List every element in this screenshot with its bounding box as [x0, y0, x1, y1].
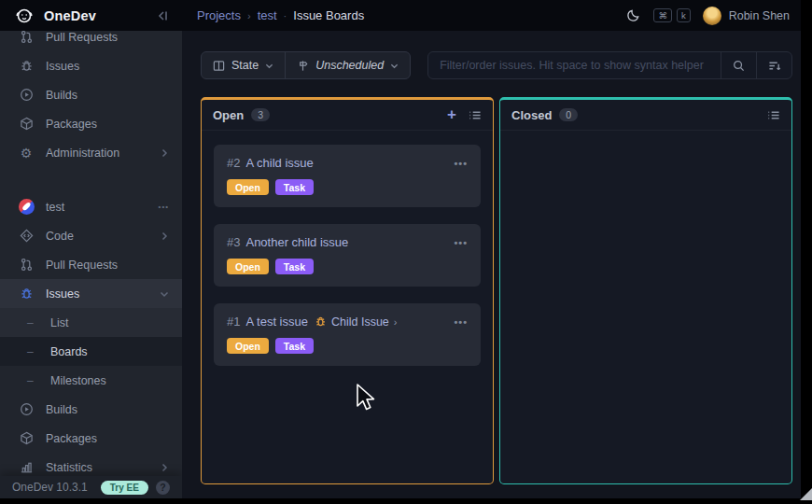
app-window: OneDev Projects › test · Issue Boards ⌘ …	[0, 0, 801, 498]
sidebar-item-builds[interactable]: Builds	[0, 80, 182, 109]
issue-title[interactable]: Another child issue	[245, 235, 348, 249]
sidebar-item-project-issues[interactable]: Issues	[0, 279, 182, 308]
board-filter-group: State Unscheduled	[201, 51, 411, 79]
sidebar-project-header[interactable]: test •••	[0, 192, 182, 221]
sidebar-item-label: Administration	[46, 147, 119, 160]
search-icon[interactable]	[721, 52, 756, 78]
sidebar-item-label: List	[50, 316, 68, 329]
brand-zone: OneDev	[0, 7, 182, 25]
sidebar-item-project-pull-requests[interactable]: Pull Requests	[0, 250, 182, 279]
column-menu-icon[interactable]	[469, 109, 482, 121]
user-name[interactable]: Robin Shen	[729, 9, 790, 22]
brand-name: OneDev	[44, 8, 96, 23]
type-badge: Task	[275, 179, 314, 195]
chevron-down-icon	[390, 62, 399, 70]
chevron-right-icon: ›	[394, 316, 398, 328]
sidebar-item-packages[interactable]: Packages	[0, 109, 182, 138]
bug-icon	[19, 287, 34, 301]
try-ee-badge[interactable]: Try EE	[101, 481, 148, 495]
help-icon[interactable]: ?	[156, 481, 170, 495]
project-menu-icon[interactable]: •••	[159, 203, 169, 211]
sidebar-item-label: Packages	[46, 118, 97, 131]
sidebar-item-issues-list[interactable]: – List	[0, 308, 182, 337]
state-dropdown-button[interactable]: State	[202, 52, 285, 78]
state-dropdown-label: State	[231, 59, 259, 72]
type-badge: Task	[275, 259, 314, 274]
sidebar-item-label: Statistics	[46, 461, 92, 474]
main-content: State Unscheduled	[182, 31, 801, 498]
board-column-open: Open 3 +	[201, 97, 494, 484]
gear-icon: ⚙	[19, 146, 34, 161]
state-badge: Open	[227, 259, 269, 274]
column-title: Closed	[511, 108, 552, 122]
sidebar-item-issues-milestones[interactable]: – Milestones	[0, 366, 182, 395]
chevron-down-icon	[265, 62, 273, 70]
sidebar-item-code[interactable]: Code	[0, 221, 182, 250]
issue-board: Open 3 +	[201, 97, 792, 484]
sidebar-item-administration[interactable]: ⚙ Administration	[0, 138, 182, 167]
sidebar-item-label: Packages	[46, 432, 97, 445]
column-body-open: #2 A child issue ••• Open Task #3 Anothe…	[202, 131, 493, 397]
pull-request-icon	[19, 31, 34, 45]
shortcut-k-key: k	[677, 8, 691, 22]
breadcrumb-separator-icon: ›	[247, 10, 251, 21]
sidebar-item-label: Builds	[46, 403, 77, 416]
issue-number: #2	[227, 156, 240, 170]
issue-number: #3	[227, 235, 240, 249]
column-header-closed: Closed 0	[500, 100, 791, 131]
card-menu-icon[interactable]: •••	[454, 316, 468, 328]
milestone-dropdown-button[interactable]: Unscheduled	[285, 52, 410, 78]
issue-card[interactable]: #2 A child issue ••• Open Task	[214, 145, 481, 207]
sidebar-item-label: Code	[46, 230, 74, 243]
sidebar: Pull Requests Issues Builds	[0, 31, 182, 498]
shortcut-meta-key: ⌘	[653, 8, 672, 22]
issue-title[interactable]: A child issue	[245, 156, 313, 170]
columns-icon	[213, 60, 225, 72]
onedev-logo-icon	[15, 7, 34, 25]
filter-input[interactable]	[428, 52, 721, 78]
column-header-open: Open 3 +	[202, 100, 493, 131]
issue-card[interactable]: #3 Another child issue ••• Open Task	[214, 224, 481, 287]
collapse-sidebar-icon[interactable]	[156, 9, 169, 22]
bar-chart-icon	[19, 460, 34, 475]
card-menu-icon[interactable]: •••	[454, 158, 468, 169]
topbar-right: ⌘ k Robin Shen	[626, 7, 790, 25]
sidebar-item-label: Boards	[50, 345, 88, 358]
milestone-dropdown-label: Unscheduled	[315, 59, 384, 72]
breadcrumb-project-link[interactable]: test	[258, 8, 277, 22]
sidebar-item-issues-boards[interactable]: – Boards	[0, 337, 182, 366]
state-badge: Open	[227, 338, 269, 354]
column-count-badge: 3	[251, 108, 270, 121]
child-issue-link[interactable]: Child Issue ›	[315, 315, 398, 329]
column-menu-icon[interactable]	[767, 109, 780, 121]
sidebar-item-label: Milestones	[50, 374, 106, 387]
card-menu-icon[interactable]: •••	[454, 237, 468, 248]
dash-icon: –	[27, 316, 42, 329]
add-issue-icon[interactable]: +	[447, 108, 456, 121]
breadcrumb-projects-link[interactable]: Projects	[197, 8, 241, 22]
milestone-icon	[297, 60, 309, 72]
issue-title[interactable]: A test issue	[245, 315, 307, 329]
filter-bar	[427, 51, 792, 79]
sidebar-item-pull-requests[interactable]: Pull Requests	[0, 31, 182, 51]
sidebar-item-issues[interactable]: Issues	[0, 51, 182, 80]
project-rocket-icon	[19, 200, 34, 215]
order-icon[interactable]	[756, 52, 791, 78]
play-circle-icon	[19, 402, 34, 417]
sidebar-item-label: Builds	[46, 89, 77, 102]
sidebar-item-project-packages[interactable]: Packages	[0, 424, 182, 453]
breadcrumb-current-page: Issue Boards	[293, 8, 364, 22]
dark-mode-toggle-icon[interactable]	[626, 8, 640, 22]
issue-card[interactable]: #1 A test issue Child Issue	[214, 303, 481, 366]
board-toolbar: State Unscheduled	[201, 51, 792, 79]
package-icon	[19, 117, 34, 132]
column-body-closed	[500, 131, 791, 159]
sidebar-item-project-builds[interactable]: Builds	[0, 395, 182, 424]
sidebar-item-label: Issues	[46, 287, 79, 301]
user-avatar[interactable]	[703, 7, 721, 25]
resize-grip-icon	[800, 487, 812, 504]
sidebar-item-label: Pull Requests	[46, 259, 118, 272]
board-column-closed: Closed 0	[499, 97, 792, 484]
state-badge: Open	[227, 179, 269, 195]
sidebar-item-label: Issues	[46, 60, 79, 73]
